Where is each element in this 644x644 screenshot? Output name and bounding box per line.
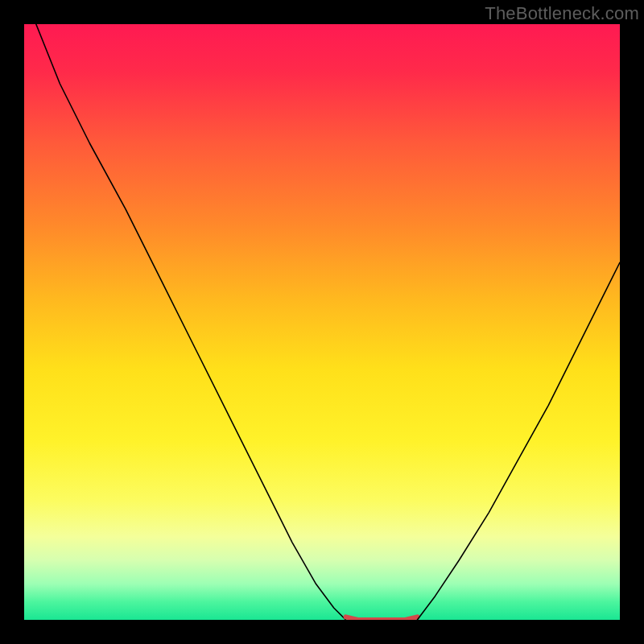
- series-left-curve: [36, 24, 346, 620]
- plot-area: [24, 24, 620, 620]
- watermark-text: TheBottleneck.com: [485, 3, 639, 24]
- series-bottom-flat: [346, 617, 418, 620]
- curves-svg: [24, 24, 620, 620]
- chart-frame: TheBottleneck.com: [0, 0, 644, 644]
- series-right-curve: [417, 262, 620, 620]
